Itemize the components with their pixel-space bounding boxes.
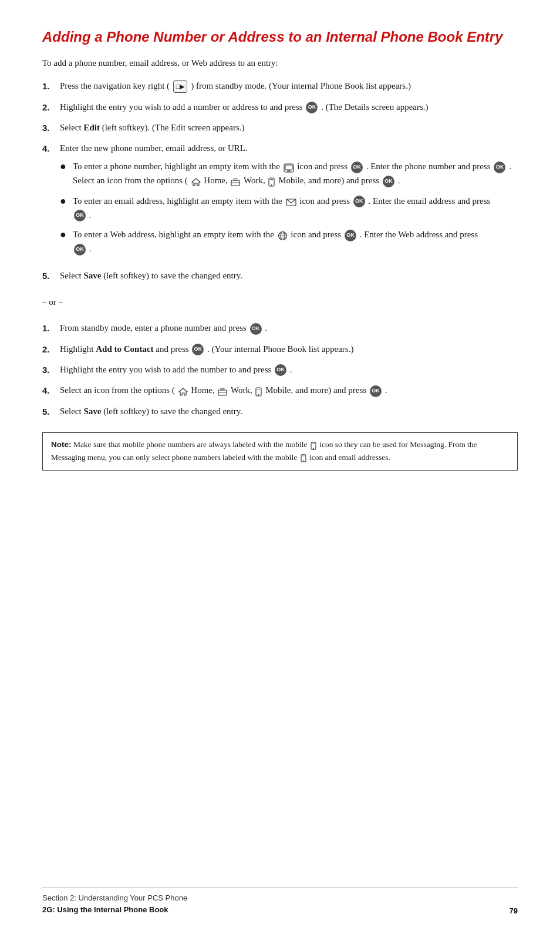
ok-btn-s2-4: OK xyxy=(370,385,382,397)
bullet-web-text: To enter a Web address, highlight an emp… xyxy=(73,228,518,256)
s2-step-5: 5. Select Save (left softkey) to save th… xyxy=(42,405,518,418)
s2-step-2-content: Highlight Add to Contact and press OK . … xyxy=(60,342,518,356)
ok-btn-s2-2: OK xyxy=(192,344,204,355)
ok-btn-bullet1c: OK xyxy=(383,176,394,187)
phone-icon xyxy=(284,160,294,174)
step-5-num: 5. xyxy=(42,269,55,283)
note-label: Note: xyxy=(51,440,72,449)
mobile-icon-note xyxy=(311,439,316,452)
mobile-icon-note2 xyxy=(301,452,306,464)
s2-step-1: 1. From standby mode, enter a phone numb… xyxy=(42,321,518,335)
s2-step-1-num: 1. xyxy=(42,321,55,335)
ok-btn-bullet2b: OK xyxy=(74,210,86,221)
s2-step-3-content: Highlight the entry you wish to add the … xyxy=(60,363,518,377)
step-1: 1. Press the navigation key right ( □▶ )… xyxy=(42,79,518,93)
ok-btn-bullet1b: OK xyxy=(494,162,505,173)
s2-step-1-content: From standby mode, enter a phone number … xyxy=(60,321,518,335)
s2-step-2: 2. Highlight Add to Contact and press OK… xyxy=(42,342,518,356)
web-icon xyxy=(278,229,288,242)
ok-btn-bullet3b: OK xyxy=(74,244,86,256)
step-5: 5. Select Save (left softkey) to save th… xyxy=(42,269,518,283)
footer-sub: 2G: Using the Internal Phone Book xyxy=(42,904,187,916)
bullet-phone: ● To enter a phone number, highlight an … xyxy=(60,160,518,188)
bullet-dot-2: ● xyxy=(60,194,68,208)
mobile-icon-s2 xyxy=(255,384,262,398)
step-1-num: 1. xyxy=(42,79,55,93)
step-3: 3. Select Edit (left softkey). (The Edit… xyxy=(42,121,518,135)
step-2-num: 2. xyxy=(42,100,55,114)
ok-btn-s2-1: OK xyxy=(250,323,262,335)
intro-text: To add a phone number, email address, or… xyxy=(42,56,518,70)
svg-rect-5 xyxy=(234,179,237,180)
svg-point-27 xyxy=(303,461,304,462)
bullet-dot-1: ● xyxy=(60,160,68,173)
svg-point-24 xyxy=(313,448,314,449)
svg-marker-3 xyxy=(192,179,200,186)
s2-step-5-content: Select Save (left softkey) to save the c… xyxy=(60,405,518,418)
svg-point-8 xyxy=(271,184,272,186)
svg-rect-18 xyxy=(221,388,224,390)
step-2: 2. Highlight the entry you wish to add a… xyxy=(42,100,518,114)
or-divider: – or – xyxy=(42,295,518,309)
step-2-content: Highlight the entry you wish to add a nu… xyxy=(60,100,518,114)
ok-button-icon: OK xyxy=(306,102,318,113)
bullet-email: ● To enter an email address, highlight a… xyxy=(60,194,518,222)
page-title: Adding a Phone Number or Address to an I… xyxy=(42,28,518,46)
ok-btn-s2-3: OK xyxy=(275,364,286,376)
svg-point-21 xyxy=(258,394,259,395)
step-4: 4. Enter the new phone number, email add… xyxy=(42,142,518,262)
ok-btn-bullet1a: OK xyxy=(351,162,363,173)
s2-step-3: 3. Highlight the entry you wish to add t… xyxy=(42,363,518,377)
step-4-num: 4. xyxy=(42,142,55,155)
note-text: Make sure that mobile phone numbers are … xyxy=(51,440,477,461)
section2-steps: 1. From standby mode, enter a phone numb… xyxy=(42,321,518,418)
bullet-email-text: To enter an email address, highlight an … xyxy=(73,194,518,222)
work-icon-s2 xyxy=(218,384,227,398)
step-3-num: 3. xyxy=(42,121,55,135)
email-icon xyxy=(286,195,296,209)
footer-section: Section 2: Understanding Your PCS Phone xyxy=(42,892,187,904)
s2-step-5-num: 5. xyxy=(42,405,55,418)
svg-rect-1 xyxy=(285,165,292,170)
bullet-web: ● To enter a Web address, highlight an e… xyxy=(60,228,518,256)
work-icon xyxy=(231,174,240,188)
svg-rect-4 xyxy=(231,180,239,186)
bullet-list: ● To enter a phone number, highlight an … xyxy=(60,160,518,256)
ok-btn-bullet2a: OK xyxy=(353,196,365,207)
s2-step-4-content: Select an icon from the options ( Home, … xyxy=(60,384,518,398)
s2-step-3-num: 3. xyxy=(42,363,55,377)
bullet-phone-text: To enter a phone number, highlight an em… xyxy=(73,160,518,188)
footer-page-num: 79 xyxy=(510,906,518,915)
svg-rect-17 xyxy=(218,390,227,395)
step-4-content: Enter the new phone number, email addres… xyxy=(60,142,518,262)
bullet-dot-3: ● xyxy=(60,228,68,241)
ok-btn-bullet3a: OK xyxy=(345,230,356,241)
note-box: Note: Make sure that mobile phone number… xyxy=(42,432,518,471)
mobile-icon xyxy=(268,174,275,188)
s2-step-4: 4. Select an icon from the options ( Hom… xyxy=(42,384,518,398)
page-footer: Section 2: Understanding Your PCS Phone … xyxy=(42,887,518,915)
nav-key-icon: □▶ xyxy=(173,80,188,93)
step-1-content: Press the navigation key right ( □▶ ) fr… xyxy=(60,79,518,93)
s2-step-4-num: 4. xyxy=(42,384,55,397)
s2-step-2-num: 2. xyxy=(42,342,55,356)
home-icon-s2 xyxy=(178,384,188,398)
step-3-content: Select Edit (left softkey). (The Edit sc… xyxy=(60,121,518,135)
footer-left: Section 2: Understanding Your PCS Phone … xyxy=(42,892,187,915)
section1-steps: 1. Press the navigation key right ( □▶ )… xyxy=(42,79,518,283)
home-icon xyxy=(191,174,201,188)
step-5-content: Select Save (left softkey) to save the c… xyxy=(60,269,518,283)
svg-marker-16 xyxy=(179,388,187,395)
